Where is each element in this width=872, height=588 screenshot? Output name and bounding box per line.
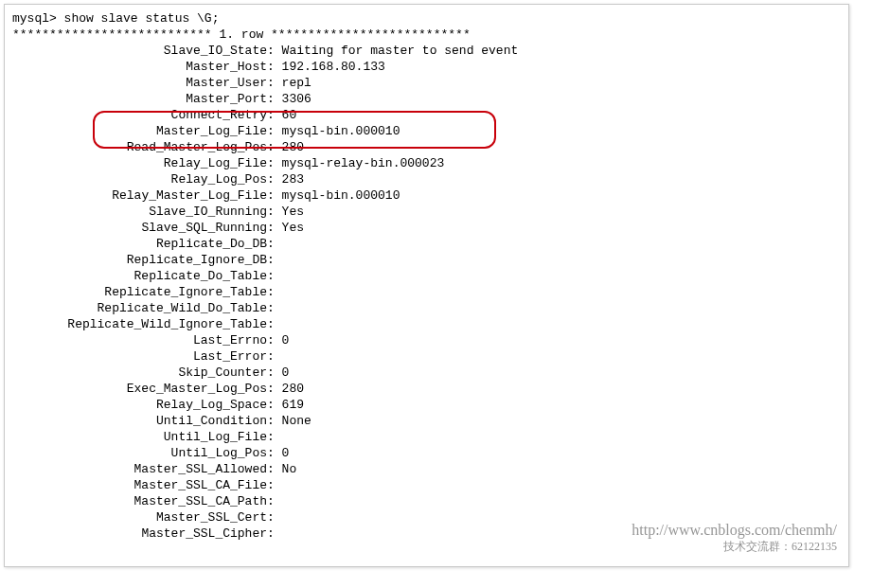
field-value: 280 [282, 139, 304, 155]
separator: : [267, 107, 282, 123]
field-key: Replicate_Wild_Ignore_Table [12, 316, 267, 332]
separator: : [267, 139, 282, 155]
field-key: Slave_IO_Running [12, 204, 267, 220]
status-row: Master_User: repl [12, 75, 841, 91]
status-row: Master_SSL_Allowed: No [12, 461, 841, 477]
field-key: Replicate_Wild_Do_Table [12, 300, 267, 316]
field-key: Master_Host [12, 59, 267, 75]
separator: : [267, 445, 282, 461]
status-row: Slave_SQL_Running: Yes [12, 220, 841, 236]
status-row: Until_Log_File: [12, 429, 841, 445]
status-row: Slave_IO_State: Waiting for master to se… [12, 43, 841, 59]
separator: : [267, 187, 282, 204]
field-value: 0 [282, 365, 290, 381]
field-key: Until_Log_File [12, 429, 267, 445]
separator: : [267, 59, 282, 75]
field-key: Master_SSL_Allowed [12, 461, 267, 477]
field-key: Relay_Log_Space [12, 397, 267, 413]
separator: : [267, 300, 282, 316]
separator: : [267, 365, 282, 381]
field-key: Slave_IO_State [12, 43, 267, 59]
separator: : [267, 220, 282, 236]
field-value: Yes [282, 204, 304, 220]
status-row: Relay_Log_File: mysql-relay-bin.000023 [12, 155, 841, 171]
status-row: Replicate_Wild_Ignore_Table: [12, 316, 841, 332]
field-key: Master_SSL_Cipher [12, 526, 267, 542]
field-value: repl [282, 75, 311, 91]
field-key: Skip_Counter [12, 365, 267, 381]
field-value: 3306 [282, 91, 311, 107]
field-value: 60 [282, 107, 297, 123]
field-value: 192.168.80.133 [282, 59, 385, 75]
field-key: Exec_Master_Log_Pos [12, 381, 267, 397]
field-key: Replicate_Ignore_DB [12, 252, 267, 268]
status-row: Read_Master_Log_Pos: 280 [12, 139, 841, 155]
field-key: Master_Log_File [12, 123, 267, 139]
status-row: Relay_Master_Log_File: mysql-bin.000010 [12, 187, 841, 204]
separator: : [267, 268, 282, 284]
field-value: Waiting for master to send event [282, 43, 519, 59]
status-row: Relay_Log_Space: 619 [12, 397, 841, 413]
field-key: Relay_Log_File [12, 155, 267, 171]
separator: : [267, 397, 282, 413]
separator: : [267, 75, 282, 91]
status-row: Exec_Master_Log_Pos: 280 [12, 381, 841, 397]
separator: : [267, 461, 282, 477]
status-row: Relay_Log_Pos: 283 [12, 171, 841, 187]
status-row: Master_Port: 3306 [12, 91, 841, 107]
status-row: Master_SSL_Cipher: [12, 526, 841, 542]
separator: : [267, 123, 282, 139]
separator: : [267, 316, 282, 332]
status-row: Connect_Retry: 60 [12, 107, 841, 123]
field-value: mysql-bin.000010 [282, 123, 400, 139]
field-key: Replicate_Do_DB [12, 236, 267, 252]
field-key: Master_User [12, 75, 267, 91]
status-row: Until_Log_Pos: 0 [12, 445, 841, 461]
field-value: 619 [282, 397, 304, 413]
terminal-output: mysql> show slave status \G; ***********… [4, 4, 849, 567]
field-key: Last_Errno [12, 332, 267, 348]
status-row: Replicate_Ignore_Table: [12, 284, 841, 300]
status-row: Replicate_Ignore_DB: [12, 252, 841, 268]
separator: : [267, 477, 282, 493]
status-row: Master_Log_File: mysql-bin.000010 [12, 123, 841, 139]
separator: : [267, 413, 282, 429]
field-key: Master_SSL_CA_File [12, 477, 267, 493]
field-value: 283 [282, 171, 304, 187]
field-key: Replicate_Do_Table [12, 268, 267, 284]
field-value: 280 [282, 381, 304, 397]
field-value: mysql-relay-bin.000023 [282, 155, 445, 171]
separator: : [267, 43, 282, 59]
status-row: Until_Condition: None [12, 413, 841, 429]
field-key: Master_SSL_CA_Path [12, 493, 267, 509]
status-row: Replicate_Do_DB: [12, 236, 841, 252]
separator: : [267, 348, 282, 365]
separator: : [267, 509, 282, 526]
field-key: Relay_Master_Log_File [12, 187, 267, 204]
field-value: Yes [282, 220, 304, 236]
separator: : [267, 236, 282, 252]
status-row: Master_Host: 192.168.80.133 [12, 59, 841, 75]
field-key: Master_SSL_Cert [12, 509, 267, 526]
status-row: Slave_IO_Running: Yes [12, 204, 841, 220]
separator: : [267, 204, 282, 220]
field-key: Last_Error [12, 348, 267, 365]
field-value: None [282, 413, 311, 429]
separator: : [267, 381, 282, 397]
field-key: Read_Master_Log_Pos [12, 139, 267, 155]
field-value: 0 [282, 445, 290, 461]
field-key: Slave_SQL_Running [12, 220, 267, 236]
separator: : [267, 284, 282, 300]
row-header: *************************** 1. row *****… [12, 27, 841, 43]
status-row: Skip_Counter: 0 [12, 365, 841, 381]
status-row: Replicate_Do_Table: [12, 268, 841, 284]
field-key: Until_Condition [12, 413, 267, 429]
field-key: Replicate_Ignore_Table [12, 284, 267, 300]
separator: : [267, 91, 282, 107]
field-key: Relay_Log_Pos [12, 171, 267, 187]
separator: : [267, 171, 282, 187]
status-row: Last_Errno: 0 [12, 332, 841, 348]
separator: : [267, 252, 282, 268]
prompt-line: mysql> show slave status \G; [12, 10, 841, 27]
separator: : [267, 493, 282, 509]
